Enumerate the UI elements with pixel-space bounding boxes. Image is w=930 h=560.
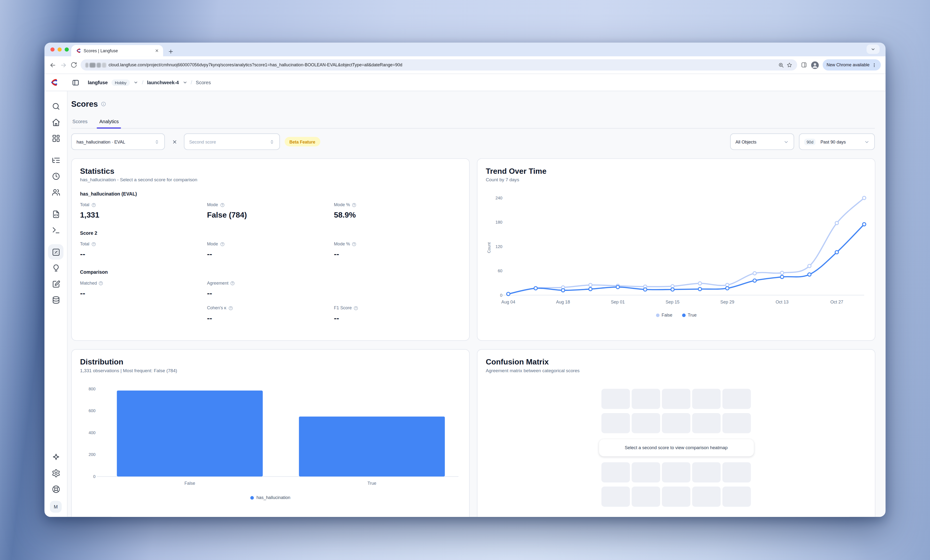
plan-badge[interactable]: Hobby — [111, 79, 130, 86]
metric-label: Mode % — [334, 241, 350, 247]
svg-text:Oct 13: Oct 13 — [776, 299, 788, 304]
svg-text:True: True — [367, 481, 376, 486]
sidebar-item-scores[interactable] — [48, 244, 63, 260]
reload-icon[interactable] — [71, 62, 77, 68]
tracing-icon — [51, 156, 60, 164]
users-icon — [51, 187, 60, 196]
help-icon[interactable] — [228, 305, 233, 310]
metric-label: Total — [80, 202, 89, 207]
sidebar-item-evals[interactable] — [48, 260, 63, 276]
heatmap-placeholder-cell — [722, 413, 751, 433]
help-icon[interactable] — [352, 202, 357, 207]
statistics-subtitle: has_hallucination - Select a second scor… — [80, 177, 461, 183]
legend-item-true[interactable]: True — [682, 312, 696, 318]
kebab-menu-icon[interactable] — [872, 63, 877, 67]
sidebar-item-home[interactable] — [48, 115, 63, 130]
sidebar-item-whats-new[interactable] — [48, 449, 63, 465]
zoom-icon[interactable] — [778, 62, 784, 68]
trend-line-chart[interactable]: 060120180240Aug 04Aug 18Sep 01Sep 15Sep … — [486, 189, 868, 307]
bookmark-star-icon[interactable] — [786, 62, 792, 68]
score2-section-heading: Score 2 — [80, 231, 461, 236]
back-icon[interactable] — [49, 61, 56, 68]
metric-label: Mode — [207, 202, 218, 207]
svg-text:60: 60 — [498, 268, 502, 273]
help-icon[interactable] — [230, 281, 235, 285]
svg-text:Oct 27: Oct 27 — [830, 299, 843, 304]
help-icon[interactable] — [220, 202, 225, 207]
new-tab-button[interactable] — [168, 49, 174, 54]
svg-text:0: 0 — [500, 293, 502, 298]
profile-avatar[interactable] — [811, 61, 819, 69]
sidebar-item-datasets[interactable] — [48, 292, 63, 308]
minimize-window-button[interactable] — [58, 48, 62, 52]
help-icon[interactable] — [91, 202, 96, 207]
sidebar-item-tracing[interactable] — [48, 152, 63, 168]
date-range-select[interactable]: 90d Past 90 days — [799, 133, 875, 150]
info-icon[interactable] — [101, 101, 106, 107]
desktop: Scores | Langfuse — [0, 0, 930, 560]
heatmap-placeholder-grid — [601, 389, 751, 433]
user-avatar[interactable]: M — [50, 501, 62, 512]
distribution-bar-chart[interactable]: 0200400600800FalseTrue — [80, 382, 462, 489]
sidebar-item-annotation[interactable] — [48, 276, 63, 292]
metric-label: F1 Score — [334, 305, 352, 310]
sidebar-item-support[interactable] — [48, 481, 63, 497]
tab-scores[interactable]: Scores — [71, 117, 89, 128]
trend-card: Trend Over Time Count by 7 days 06012018… — [477, 158, 876, 341]
close-window-button[interactable] — [50, 48, 54, 52]
sidebar-item-dashboards[interactable] — [48, 130, 63, 146]
svg-text:Aug 18: Aug 18 — [556, 299, 570, 304]
chevron-down-icon — [784, 139, 789, 144]
url-bar[interactable]: cloud.langfuse.com/project/cmhnuoj660007… — [81, 59, 797, 71]
org-name[interactable]: langfuse — [88, 80, 108, 85]
legend-dot — [656, 313, 659, 317]
help-icon[interactable] — [352, 241, 357, 246]
maximize-window-button[interactable] — [65, 48, 69, 52]
clear-score1-button[interactable] — [169, 137, 179, 146]
annotation-pen-icon — [51, 279, 60, 288]
score1-select[interactable]: has_hallucination · EVAL — [71, 133, 165, 150]
side-panel-icon[interactable] — [801, 62, 807, 68]
sidebar-toggle-icon[interactable] — [72, 78, 79, 86]
object-type-select[interactable]: All Objects — [730, 133, 794, 150]
chrome-update-chip[interactable]: New Chrome available — [822, 59, 881, 71]
sidebar-item-search[interactable] — [48, 98, 63, 114]
forward-icon[interactable] — [60, 61, 67, 68]
org-chevron-down-icon[interactable] — [134, 80, 139, 85]
help-icon[interactable] — [354, 305, 359, 310]
help-icon[interactable] — [99, 281, 103, 285]
project-name[interactable]: launchweek-4 — [147, 80, 179, 85]
lightbulb-icon — [51, 264, 60, 273]
legend-item-false[interactable]: False — [656, 312, 672, 318]
tab-analytics[interactable]: Analytics — [98, 117, 120, 128]
page-tabs: Scores Analytics — [71, 117, 875, 129]
statistics-card: Statistics has_hallucination - Select a … — [71, 158, 470, 341]
browser-tab[interactable]: Scores | Langfuse — [71, 45, 163, 57]
main-content: Scores Scores Analytics has_hallucinatio… — [68, 91, 885, 517]
site-info-redacted[interactable] — [86, 63, 106, 67]
chevrons-up-down-icon — [269, 139, 275, 144]
svg-text:200: 200 — [89, 452, 95, 457]
metric-label: Cohen's κ — [207, 305, 226, 310]
heatmap-placeholder-cell — [631, 389, 660, 409]
heatmap-placeholder-cell — [662, 389, 690, 409]
sidebar-item-prompts[interactable] — [48, 206, 63, 222]
project-chevron-down-icon[interactable] — [182, 80, 187, 85]
url-text: cloud.langfuse.com/project/cmhnuoj660007… — [108, 62, 776, 68]
help-icon[interactable] — [91, 241, 96, 246]
legend-item-score[interactable]: has_hallucination — [251, 495, 290, 500]
score2-select[interactable]: Second score — [184, 133, 280, 150]
confusion-title: Confusion Matrix — [486, 357, 867, 367]
close-tab-icon[interactable] — [155, 49, 159, 53]
svg-text:180: 180 — [496, 220, 502, 225]
metric-value: -- — [207, 314, 334, 322]
prompts-file-code-icon — [51, 210, 60, 218]
tab-search-button[interactable] — [867, 44, 880, 54]
sidebar-item-settings[interactable] — [48, 465, 63, 481]
sidebar-item-sessions[interactable] — [48, 169, 63, 184]
metric-label: Mode % — [334, 202, 350, 207]
help-icon[interactable] — [220, 241, 225, 246]
sidebar-item-playground[interactable] — [48, 222, 63, 238]
heatmap-placeholder-cell — [722, 389, 751, 409]
sidebar-item-users[interactable] — [48, 184, 63, 200]
